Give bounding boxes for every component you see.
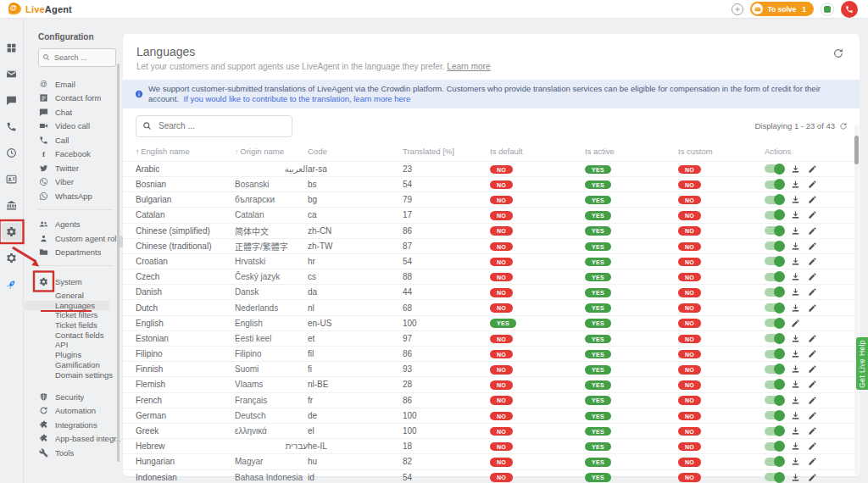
sidebar-item-api[interactable]: API — [25, 340, 121, 350]
column-code[interactable]: Code — [308, 147, 403, 156]
phone-button[interactable] — [841, 1, 858, 18]
edit-button[interactable] — [808, 380, 817, 389]
edit-button[interactable] — [808, 272, 817, 281]
active-toggle[interactable] — [765, 211, 783, 219]
sidebar-item-chat[interactable]: Chat — [25, 105, 121, 119]
banner-link[interactable]: If you would like to contribute to the t… — [184, 94, 411, 103]
sidebar-item-custom-agent-rol[interactable]: Custom agent rol... — [25, 231, 121, 246]
rail-time-button[interactable] — [2, 144, 22, 162]
download-button[interactable] — [791, 411, 800, 420]
edit-button[interactable] — [808, 195, 817, 204]
download-button[interactable] — [791, 457, 800, 466]
download-button[interactable] — [791, 272, 800, 281]
edit-button[interactable] — [808, 180, 817, 189]
sidebar-group-system[interactable]: System — [25, 274, 121, 289]
active-toggle[interactable] — [765, 396, 783, 404]
active-toggle[interactable] — [765, 334, 783, 342]
rail-configuration-button[interactable] — [2, 223, 22, 241]
edit-button[interactable] — [808, 242, 817, 251]
edit-button[interactable] — [808, 349, 817, 358]
active-toggle[interactable] — [765, 458, 783, 466]
sidebar-item-twitter[interactable]: Twitter — [25, 161, 121, 175]
column-is-custom[interactable]: Is custom — [678, 147, 765, 156]
edit-button[interactable] — [808, 164, 817, 174]
learn-more-link[interactable]: Learn more — [447, 62, 490, 71]
sidebar-item-departments[interactable]: Departments — [25, 246, 121, 260]
active-toggle[interactable] — [765, 226, 783, 235]
sidebar-item-app-based-integr[interactable]: App-based integr... — [25, 432, 121, 447]
download-button[interactable] — [791, 257, 800, 266]
sidebar-item-whatsapp[interactable]: WhatsApp — [25, 189, 121, 203]
active-toggle[interactable] — [765, 242, 783, 250]
sidebar-item-viber[interactable]: Viber — [25, 175, 121, 190]
active-toggle[interactable] — [765, 473, 783, 481]
sidebar-item-languages[interactable]: Languages — [25, 301, 109, 311]
sidebar-item-email[interactable]: Email — [25, 77, 121, 92]
column-is-default[interactable]: Is default — [490, 147, 585, 156]
active-toggle[interactable] — [765, 380, 783, 389]
edit-button[interactable] — [808, 303, 817, 313]
active-toggle[interactable] — [765, 288, 783, 297]
sidebar-item-ticket-fields[interactable]: Ticket fields — [25, 320, 121, 330]
active-toggle[interactable] — [765, 303, 783, 312]
download-button[interactable] — [791, 242, 800, 251]
download-button[interactable] — [791, 210, 800, 219]
active-toggle[interactable] — [765, 350, 783, 358]
download-button[interactable] — [791, 334, 800, 343]
sidebar-item-general[interactable]: General — [25, 291, 121, 301]
table-scrollbar-thumb[interactable] — [854, 136, 859, 164]
edit-button[interactable] — [808, 441, 817, 451]
sidebar-item-gamification[interactable]: Gamification — [25, 360, 121, 370]
active-toggle[interactable] — [765, 442, 783, 451]
download-button[interactable] — [791, 364, 800, 374]
active-toggle[interactable] — [765, 411, 783, 419]
download-button[interactable] — [791, 380, 800, 389]
add-button[interactable] — [732, 3, 743, 15]
download-button[interactable] — [791, 287, 800, 297]
edit-button[interactable] — [808, 210, 817, 219]
rail-dashboard-button[interactable] — [2, 39, 22, 57]
rail-academy-button[interactable] — [2, 197, 22, 214]
column-origin-name[interactable]: ↑Origin name — [235, 147, 308, 156]
get-live-help-tab[interactable]: Get Live Help — [856, 337, 868, 390]
rail-calls-button[interactable] — [2, 118, 22, 136]
download-button[interactable] — [791, 426, 800, 436]
column-translated[interactable]: Translated [%] — [403, 147, 490, 156]
download-button[interactable] — [791, 195, 800, 204]
edit-button[interactable] — [808, 411, 817, 420]
active-toggle[interactable] — [765, 319, 783, 327]
sidebar-resize-handle[interactable] — [120, 236, 123, 247]
agent-status-button[interactable] — [821, 3, 834, 16]
sidebar-item-automation[interactable]: Automation — [25, 404, 121, 419]
sidebar-scrollbar[interactable] — [117, 64, 120, 462]
sidebar-item-integrations[interactable]: Integrations — [25, 418, 121, 432]
edit-button[interactable] — [808, 287, 817, 297]
rail-upgrade-button[interactable] — [2, 275, 22, 293]
edit-button[interactable] — [791, 319, 800, 328]
download-button[interactable] — [791, 349, 800, 358]
sidebar-item-contact-fields[interactable]: Contact fields — [25, 330, 121, 341]
active-toggle[interactable] — [765, 427, 783, 436]
rail-settings-button[interactable] — [2, 249, 22, 267]
table-scrollbar-track[interactable] — [854, 125, 859, 475]
rail-tickets-button[interactable] — [2, 65, 22, 83]
sidebar-item-video-call[interactable]: Video call — [25, 119, 121, 134]
active-toggle[interactable] — [765, 196, 783, 204]
rail-chats-button[interactable] — [2, 92, 22, 109]
download-button[interactable] — [791, 396, 800, 405]
edit-button[interactable] — [808, 226, 817, 236]
sidebar-item-plugins[interactable]: Plugins — [25, 350, 121, 360]
active-toggle[interactable] — [765, 365, 783, 374]
download-button[interactable] — [791, 180, 800, 189]
download-button[interactable] — [791, 441, 800, 451]
sidebar-item-contact-form[interactable]: Contact form — [25, 92, 121, 106]
refresh-button[interactable] — [832, 47, 844, 59]
edit-button[interactable] — [808, 473, 817, 482]
edit-button[interactable] — [808, 426, 817, 436]
column-is-active[interactable]: Is active — [585, 147, 678, 156]
column-english-name[interactable]: ↑English name — [136, 147, 235, 156]
sidebar-item-agents[interactable]: Agents — [25, 218, 121, 232]
sidebar-item-domain-settings[interactable]: Domain settings — [25, 370, 121, 380]
sidebar-item-facebook[interactable]: Facebook — [25, 147, 121, 162]
to-solve-button[interactable]: To solve 1 — [750, 2, 814, 16]
